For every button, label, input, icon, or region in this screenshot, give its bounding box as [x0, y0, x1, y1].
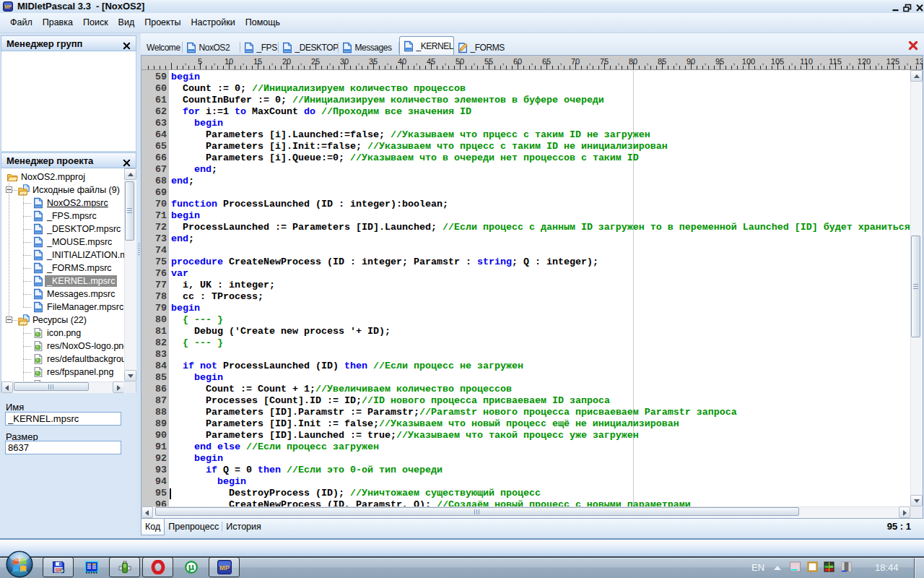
title-bar: MP MIDletPascal 3.3 - [NoxOS2] [0, 0, 924, 13]
line-number: 67 [155, 164, 167, 176]
size-input[interactable] [5, 441, 121, 454]
menu-item[interactable]: Настройки [186, 13, 240, 33]
taskbar-button-midletpascal[interactable]: MP [209, 557, 240, 577]
project-panel-close-icon[interactable] [123, 157, 131, 165]
tree-item[interactable]: _KERNEL.mpsrc [1, 275, 124, 288]
menu-item[interactable]: Файл [5, 13, 38, 33]
code-area[interactable]: begin Count := 0; //Инициализируем колич… [169, 70, 910, 506]
tab-noxos2[interactable]: NoxOS2 [183, 40, 240, 55]
view-tab-код[interactable]: Код [141, 519, 165, 535]
tree-item[interactable]: icon.png [1, 327, 124, 340]
editor-horizontal-scrollbar[interactable] [141, 506, 910, 518]
line-number: 83 [155, 349, 167, 361]
name-input[interactable] [5, 412, 121, 426]
scroll-left-button[interactable] [141, 506, 153, 518]
show-desktop-button[interactable] [914, 558, 924, 578]
close-file-icon[interactable] [908, 40, 918, 51]
tab--kernel[interactable]: _KERNEL [399, 36, 454, 55]
tree-item[interactable]: res/NoxOS-logo.png [1, 340, 124, 353]
line-number: 88 [155, 407, 167, 418]
menu-item[interactable]: Проекты [139, 13, 186, 33]
scrollbar-thumb[interactable] [125, 181, 134, 241]
scroll-up-button[interactable] [124, 168, 136, 180]
ruler-number: 45 [427, 57, 435, 66]
tree-vertical-scrollbar[interactable] [124, 168, 136, 381]
tree-item[interactable]: Исходные файлы (9) [1, 184, 124, 197]
ruler-number: 80 [629, 57, 637, 66]
close-button[interactable] [915, 2, 924, 11]
taskbar-button-phone[interactable] [109, 557, 140, 577]
view-tab-история[interactable]: История [222, 519, 264, 535]
tree-item[interactable]: _INITIALIZATION.mpsrc [1, 249, 124, 262]
tab-welcome[interactable]: Welcome [141, 40, 183, 55]
minimize-button[interactable] [892, 2, 900, 11]
tree-item[interactable]: Ресурсы (22) [1, 314, 124, 327]
display-tray-icon[interactable] [790, 561, 801, 572]
line-number: 92 [155, 453, 167, 465]
tree-item[interactable]: Messages.mpsrc [1, 288, 124, 301]
tree-item[interactable]: res/fpspanel.png [1, 366, 124, 379]
scroll-down-button[interactable] [124, 370, 136, 381]
editor-vertical-scrollbar[interactable] [910, 70, 923, 506]
menu-item[interactable]: Помощь [240, 13, 285, 33]
taskbar-button-opera[interactable] [142, 557, 173, 577]
tree-item[interactable]: NoxOS2.mpproj [1, 171, 124, 184]
tree-item[interactable]: _MOUSE.mpsrc [1, 236, 124, 249]
taskbar-button-library[interactable] [76, 557, 107, 577]
line-number: 96 [155, 499, 167, 506]
tree-item[interactable]: FileManager.mpsrc [1, 301, 124, 314]
language-indicator[interactable]: EN [751, 562, 764, 573]
source-file-icon [32, 301, 44, 313]
tab-label: _FORMS [471, 43, 505, 53]
line-number-gutter: 5960616263646566676869707172737475767778… [141, 70, 169, 506]
taskbar-button-utorrent[interactable]: µ [175, 557, 206, 577]
frame-tray-icon[interactable] [807, 561, 818, 572]
scroll-left-button[interactable] [1, 381, 13, 393]
document-tab-bar: WelcomeNoxOS2_FPS_DESKTOPMessages_KERNEL… [141, 33, 924, 55]
groups-panel-header: Менеджер групп [1, 35, 136, 51]
floppy-icon [51, 560, 66, 574]
tree-item[interactable]: NoxOS2.mpsrc [1, 197, 124, 210]
tree-item[interactable]: _DESKTOP.mpsrc [1, 223, 124, 236]
menu-item[interactable]: Поиск [78, 13, 113, 33]
restore-button[interactable] [903, 2, 912, 11]
scrollbar-thumb[interactable] [14, 382, 89, 391]
svg-text:MP: MP [4, 4, 12, 9]
line-number: 61 [155, 95, 167, 106]
edit-file-icon [457, 42, 468, 53]
source-file-icon [32, 210, 44, 222]
tree-item[interactable]: _FPS.mpsrc [1, 210, 124, 223]
scroll-up-button[interactable] [910, 70, 923, 82]
tree-horizontal-scrollbar[interactable] [1, 381, 124, 393]
chevron-up-icon[interactable] [774, 566, 781, 570]
start-button[interactable] [6, 551, 33, 578]
view-tab-препроцесс[interactable]: Препроцесс [165, 519, 222, 535]
scrollbar-thumb[interactable] [911, 236, 920, 337]
scroll-down-button[interactable] [910, 495, 923, 506]
line-number: 74 [155, 245, 167, 256]
menu-item[interactable]: Вид [113, 13, 140, 33]
scroll-right-button[interactable] [113, 381, 124, 393]
source-file-icon [32, 223, 44, 235]
svg-text:µ: µ [188, 562, 194, 572]
tab--forms[interactable]: _FORMS [454, 40, 507, 55]
scroll-right-button[interactable] [899, 506, 910, 518]
code-line: begin [171, 118, 223, 129]
code-line: if Q = 0 then //Если это 0-ой тип очеред… [171, 465, 443, 476]
tab--desktop[interactable]: _DESKTOP [279, 40, 339, 55]
code-line: begin [171, 72, 200, 83]
tab--fps[interactable]: _FPS [240, 40, 279, 55]
tree-item[interactable]: _FORMS.mpsrc [1, 262, 124, 275]
groups-panel-body [1, 51, 136, 152]
tree-item[interactable]: res/defaultbackground.png [1, 353, 124, 366]
clock[interactable]: 18:44 [875, 562, 899, 573]
source-file-icon [32, 236, 44, 248]
traffic-tray-icon[interactable] [824, 561, 834, 572]
scrollbar-thumb[interactable] [155, 507, 799, 516]
menu-item[interactable]: Правка [38, 13, 78, 33]
taskbar-button-floppy[interactable] [43, 557, 74, 577]
groups-panel-close-icon[interactable] [123, 40, 131, 48]
tab-messages[interactable]: Messages [339, 40, 399, 55]
bars-tray-icon[interactable] [841, 561, 852, 572]
name-label: Имя [6, 402, 24, 413]
